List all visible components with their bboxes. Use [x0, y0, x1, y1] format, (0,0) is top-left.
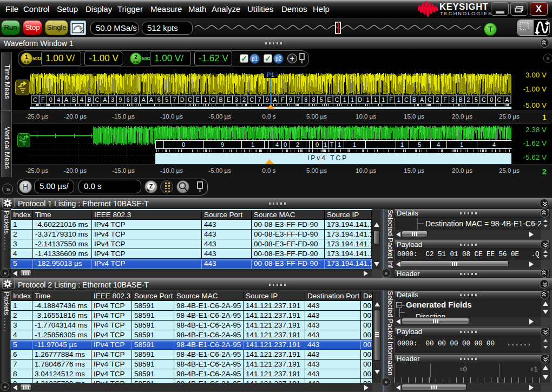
svg-text:1: 1	[397, 96, 400, 103]
svg-text:F: F	[281, 96, 285, 103]
svg-text:C: C	[482, 96, 486, 103]
svg-text:A: A	[149, 96, 154, 103]
svg-text:F: F	[443, 96, 447, 103]
svg-text:C: C	[249, 96, 254, 103]
svg-text:0: 0	[490, 96, 493, 103]
svg-text:C: C	[497, 96, 502, 103]
svg-text:D: D	[180, 96, 185, 103]
svg-text:7: 7	[173, 96, 176, 103]
svg-text:A: A	[420, 96, 424, 103]
svg-text:6: 6	[157, 96, 161, 103]
svg-text:7: 7	[297, 96, 300, 103]
svg-text:F: F	[389, 96, 393, 103]
svg-text:C: C	[404, 96, 409, 103]
svg-text:C: C	[211, 96, 215, 103]
svg-text:E: E	[227, 96, 231, 103]
svg-text:B: B	[412, 96, 416, 103]
svg-text:A: A	[505, 96, 509, 103]
svg-text:0: 0	[49, 96, 52, 103]
svg-text:C: C	[95, 96, 100, 103]
svg-text:B: B	[72, 96, 76, 103]
svg-text:1: 1	[366, 96, 370, 103]
svg-text:1: 1	[460, 141, 463, 148]
svg-text:E: E	[327, 96, 331, 103]
svg-text:B: B	[219, 96, 222, 103]
svg-text:1: 1	[343, 96, 346, 103]
svg-text:1: 1	[203, 96, 207, 103]
svg-text:0: 0	[284, 141, 287, 148]
svg-text:1: 1	[374, 96, 377, 103]
svg-text:B: B	[458, 96, 462, 103]
svg-text:4: 4	[57, 96, 60, 103]
svg-text:8: 8	[134, 96, 137, 103]
svg-text:1: 1	[353, 141, 356, 148]
svg-text:7: 7	[258, 96, 261, 103]
svg-text:5: 5	[475, 96, 478, 103]
svg-text:E: E	[196, 96, 200, 103]
svg-text:9: 9	[119, 96, 122, 103]
svg-text:2: 2	[296, 141, 299, 148]
svg-text:T: T	[330, 141, 334, 148]
svg-text:0: 0	[316, 141, 319, 148]
svg-text:B: B	[88, 96, 91, 103]
svg-text:9: 9	[221, 141, 224, 148]
svg-text:F: F	[41, 96, 45, 103]
svg-text:3: 3	[451, 96, 455, 103]
svg-text:IPv4 TCP: IPv4 TCP	[307, 154, 348, 162]
svg-text:2: 2	[436, 96, 439, 103]
svg-text:9: 9	[289, 96, 292, 103]
svg-text:3: 3	[235, 96, 238, 103]
svg-text:0: 0	[182, 141, 185, 148]
svg-text:4: 4	[492, 141, 496, 148]
svg-text:1: 1	[400, 141, 404, 148]
svg-text:9: 9	[266, 96, 269, 103]
svg-text:5: 5	[165, 96, 168, 103]
svg-text:4: 4	[275, 141, 279, 148]
svg-text:2: 2	[466, 96, 470, 103]
svg-text:C: C	[33, 96, 37, 103]
svg-text:A: A	[142, 96, 146, 103]
svg-text:8: 8	[312, 96, 316, 103]
svg-text:8: 8	[304, 96, 307, 103]
svg-text:A: A	[64, 96, 69, 103]
svg-text:P1: P1	[267, 71, 274, 78]
svg-text:4: 4	[80, 96, 83, 103]
svg-text:C: C	[188, 96, 192, 103]
svg-text:3: 3	[111, 96, 114, 103]
svg-text:A: A	[103, 96, 107, 103]
svg-text:1: 1	[338, 141, 341, 148]
svg-text:A: A	[273, 96, 277, 103]
svg-text:1: 1	[251, 141, 254, 148]
svg-text:1: 1	[324, 141, 327, 148]
svg-text:5: 5	[418, 141, 421, 148]
svg-text:1: 1	[382, 96, 385, 103]
svg-text:2: 2	[242, 96, 246, 103]
svg-text:4: 4	[437, 141, 440, 148]
svg-text:C: C	[335, 96, 339, 103]
svg-text:D: D	[358, 96, 362, 103]
svg-text:6: 6	[127, 96, 130, 103]
svg-text:5: 5	[320, 96, 323, 103]
svg-text:C: C	[428, 96, 432, 103]
svg-text:1: 1	[351, 96, 354, 103]
